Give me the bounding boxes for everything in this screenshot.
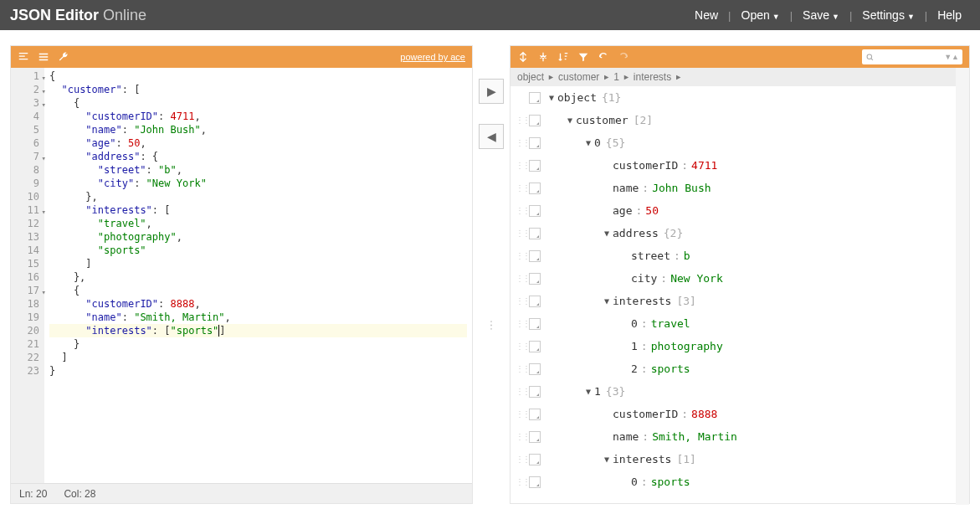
tree-row[interactable]: ▼address{2} xyxy=(511,222,969,244)
drag-grip-icon[interactable] xyxy=(516,342,526,351)
context-menu-icon[interactable] xyxy=(529,363,541,375)
drag-grip-icon[interactable] xyxy=(516,229,526,238)
compact-icon[interactable] xyxy=(38,51,49,63)
tree-row[interactable]: ▼customer[2] xyxy=(511,109,969,131)
search-dropdown-icon[interactable]: ▼▲ xyxy=(944,53,959,61)
tree-row[interactable]: ▼1{3} xyxy=(511,380,969,403)
context-menu-icon[interactable] xyxy=(529,115,541,126)
tree-row[interactable]: age:50 xyxy=(511,199,969,222)
tree-key[interactable]: address xyxy=(613,222,659,244)
code-line[interactable]: "travel", xyxy=(49,217,467,230)
code-line[interactable]: "name": "John Bush", xyxy=(49,123,467,136)
drag-grip-icon[interactable] xyxy=(516,478,526,486)
drag-grip-icon[interactable] xyxy=(516,275,526,283)
expand-all-icon[interactable] xyxy=(517,51,529,63)
tree-key[interactable]: 2 xyxy=(631,357,638,380)
drag-grip-icon[interactable] xyxy=(516,139,526,147)
tree-key[interactable]: interests xyxy=(613,290,671,312)
drag-grip-icon[interactable] xyxy=(516,433,526,441)
menu-open[interactable]: Open▼ xyxy=(733,3,788,27)
context-menu-icon[interactable] xyxy=(529,92,541,104)
context-menu-icon[interactable] xyxy=(529,476,541,488)
powered-by-link[interactable]: powered by ace xyxy=(400,52,465,62)
context-menu-icon[interactable] xyxy=(529,409,541,420)
tree-key[interactable]: city xyxy=(631,267,657,290)
tree-value[interactable]: photography xyxy=(651,335,723,357)
expand-icon[interactable]: ▼ xyxy=(582,380,594,403)
code-editor[interactable]: 1▾2▾3▾4567▾891011▾121314151617▾181920212… xyxy=(11,68,472,483)
drag-handle-icon[interactable]: ⋯ xyxy=(485,320,498,332)
code-line[interactable]: "name": "Smith, Martin", xyxy=(49,311,467,324)
format-icon[interactable] xyxy=(18,51,29,63)
tree-value[interactable]: travel xyxy=(651,312,690,335)
code-line[interactable]: "city": "New York" xyxy=(49,177,467,190)
drag-grip-icon[interactable] xyxy=(516,365,526,373)
tree-value[interactable]: b xyxy=(684,244,690,267)
tree-value[interactable]: 50 xyxy=(645,199,659,222)
tree-key[interactable]: street xyxy=(631,244,670,267)
tree-row[interactable]: 0:travel xyxy=(511,312,969,335)
tree-value[interactable]: New York xyxy=(670,267,723,290)
expand-icon[interactable]: ▼ xyxy=(564,109,576,131)
tree-row[interactable]: ▼interests[1] xyxy=(511,448,969,470)
context-menu-icon[interactable] xyxy=(529,296,541,307)
tree-value[interactable]: 4711 xyxy=(691,154,717,177)
context-menu-icon[interactable] xyxy=(529,160,541,172)
context-menu-icon[interactable] xyxy=(529,454,541,465)
tree-key[interactable]: 1 xyxy=(594,380,601,403)
copy-right-button[interactable]: ▶ xyxy=(479,79,504,104)
context-menu-icon[interactable] xyxy=(529,431,541,443)
code-line[interactable]: "customerID": 4711, xyxy=(49,110,467,123)
redo-icon[interactable] xyxy=(618,51,629,63)
tree-key[interactable]: 1 xyxy=(631,335,638,357)
drag-grip-icon[interactable] xyxy=(516,320,526,328)
code-line[interactable]: }, xyxy=(49,270,467,284)
tree-key[interactable]: 0 xyxy=(631,312,638,335)
tree-key[interactable]: customerID xyxy=(613,154,678,177)
code-line[interactable]: ] xyxy=(49,257,467,270)
tree-key[interactable]: 0 xyxy=(631,470,638,493)
expand-icon[interactable]: ▼ xyxy=(546,86,557,109)
breadcrumb-item[interactable]: object xyxy=(517,71,544,83)
drag-grip-icon[interactable] xyxy=(516,252,526,260)
tree-row[interactable]: 1:photography xyxy=(511,335,969,357)
tree-key[interactable]: name xyxy=(613,177,639,199)
drag-grip-icon[interactable] xyxy=(516,162,526,170)
tree-row[interactable]: ▼interests[3] xyxy=(511,290,969,312)
tree-key[interactable]: customerID xyxy=(613,403,678,425)
breadcrumb-item[interactable]: 1 xyxy=(613,71,619,83)
code-line[interactable]: "photography", xyxy=(49,230,467,244)
drag-grip-icon[interactable] xyxy=(516,410,526,419)
drag-grip-icon[interactable] xyxy=(516,455,526,464)
tree-value[interactable]: sports xyxy=(651,470,690,493)
tree-value[interactable]: Smith, Martin xyxy=(652,425,737,448)
tree-row[interactable]: ▼object{1} xyxy=(511,86,969,109)
scrollbar[interactable] xyxy=(956,68,969,505)
code-content[interactable]: { "customer": [ { "customerID": 4711, "n… xyxy=(44,68,472,483)
code-line[interactable]: "customer": [ xyxy=(49,83,467,96)
menu-save[interactable]: Save▼ xyxy=(794,3,848,27)
code-line[interactable]: { xyxy=(49,284,467,297)
context-menu-icon[interactable] xyxy=(529,318,541,330)
search-box[interactable]: ▼▲ xyxy=(862,49,962,64)
tree-row[interactable]: 2:sports xyxy=(511,357,969,380)
tree-row[interactable]: name:Smith, Martin xyxy=(511,425,969,448)
code-line[interactable]: "age": 50, xyxy=(49,136,467,150)
code-line[interactable]: ] xyxy=(49,351,467,364)
tree-row[interactable]: customerID:8888 xyxy=(511,403,969,425)
breadcrumb-item[interactable]: interests xyxy=(634,71,671,83)
code-line[interactable]: "street": "b", xyxy=(49,163,467,177)
context-menu-icon[interactable] xyxy=(529,228,541,239)
context-menu-icon[interactable] xyxy=(529,183,541,194)
context-menu-icon[interactable] xyxy=(529,250,541,262)
repair-icon[interactable] xyxy=(58,51,69,63)
code-line[interactable]: { xyxy=(49,96,467,110)
code-line[interactable]: "interests": [ xyxy=(49,203,467,217)
drag-grip-icon[interactable] xyxy=(516,184,526,193)
drag-grip-icon[interactable] xyxy=(516,388,526,396)
collapse-all-icon[interactable] xyxy=(537,51,549,63)
context-menu-icon[interactable] xyxy=(529,137,541,149)
tree-view[interactable]: ▼object{1}▼customer[2]▼0{5}customerID:47… xyxy=(511,86,969,505)
tree-key[interactable]: name xyxy=(613,425,639,448)
expand-icon[interactable]: ▼ xyxy=(601,290,613,312)
